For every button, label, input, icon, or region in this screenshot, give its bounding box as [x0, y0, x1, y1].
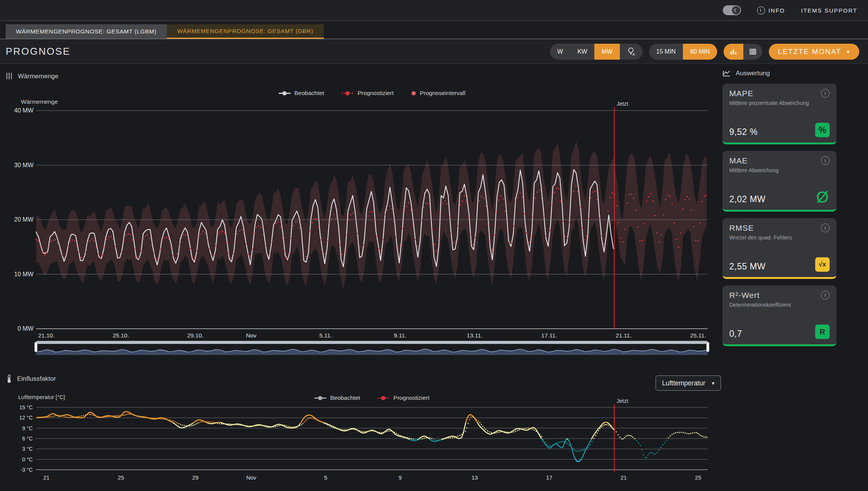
- navigator-handle-left[interactable]: [35, 342, 37, 352]
- temp-observed-series: [37, 412, 615, 462]
- y-tick-label: 9 °C: [22, 425, 33, 431]
- metric-value: 0,7: [729, 329, 742, 339]
- metric-card-r2: R²-Wert i Determinationskoeffizient 0,7 …: [722, 285, 836, 346]
- tab-bar: WÄRMEMENGENPROGNOSE: GESAMT (LGBM) WÄRME…: [0, 21, 868, 39]
- items-support-button[interactable]: ITEMS SUPPORT: [801, 7, 857, 14]
- page-title: PROGNOSE: [6, 46, 70, 57]
- metric-card-mape: MAPE i Mittlere prozentuale Abweichung 9…: [722, 84, 836, 144]
- chart-view-button[interactable]: [724, 44, 743, 60]
- heat-chart: [36, 141, 706, 290]
- evaluation-panel: Auswertung MAPE i Mittlere prozentuale A…: [722, 70, 836, 346]
- metric-value: 2,02 MW: [729, 194, 766, 204]
- temp-legend: Beobachtet Prognostiziert: [36, 394, 708, 401]
- legend-label: Prognostiziert: [393, 394, 429, 401]
- influence-factor-dropdown[interactable]: Lufttemperatur ▾: [656, 375, 721, 391]
- bulb-auto-button[interactable]: A: [620, 44, 643, 60]
- metric-subtitle: Mittlere prozentuale Abweichung: [729, 100, 830, 106]
- r-icon: R: [815, 325, 830, 339]
- observed-marker-icon: [314, 396, 326, 400]
- items-support-label: ITEMS SUPPORT: [801, 7, 857, 14]
- tab-label: WÄRMEMENGENPROGNOSE: GESAMT (LGBM): [16, 28, 157, 35]
- interval-option-60min[interactable]: 60 MIN: [683, 44, 717, 60]
- heat-section-title: Wärmemenge: [18, 73, 59, 80]
- line-chart-icon: [722, 70, 731, 77]
- legend-label: Beobachtet: [330, 394, 360, 401]
- tab-label: WÄRMEMENGENPROGNOSE: GESAMT (GBR): [177, 28, 314, 35]
- x-tick-label: 25: [695, 474, 702, 481]
- table-icon: [749, 48, 757, 55]
- x-tick-label: 17.11.: [541, 332, 557, 339]
- tab-prognose-lgbm[interactable]: WÄRMEMENGENPROGNOSE: GESAMT (LGBM): [6, 24, 167, 39]
- x-tick-label: 9.11.: [394, 332, 406, 339]
- legend-item-forecast[interactable]: Prognostiziert: [342, 90, 394, 97]
- legend-item-interval[interactable]: Prognoseintervall: [411, 90, 466, 97]
- navigator-area: [36, 349, 708, 355]
- unit-segmented-control: W KW MW A: [550, 44, 642, 60]
- info-button[interactable]: i INFO: [757, 6, 785, 14]
- interval-option-15min[interactable]: 15 MIN: [649, 44, 683, 60]
- y-tick-label: 40 MW: [14, 107, 34, 114]
- interval-marker-icon: [411, 91, 416, 95]
- sqrt-icon: √x: [815, 257, 830, 272]
- x-tick-label: 9: [399, 474, 402, 481]
- heat-section-header: Wärmemenge: [5, 72, 59, 81]
- info-icon[interactable]: i: [821, 291, 830, 299]
- navigator[interactable]: [35, 341, 709, 355]
- svg-text:A: A: [632, 52, 635, 56]
- metric-title: RMSE: [729, 223, 754, 233]
- info-icon[interactable]: i: [821, 156, 830, 165]
- y-tick-label: -3 °C: [21, 467, 33, 473]
- x-tick-label: 29.10.: [187, 332, 203, 339]
- info-icon: i: [757, 6, 765, 14]
- x-tick-label: Nov: [246, 474, 257, 481]
- unit-option-mw[interactable]: MW: [594, 44, 619, 60]
- heat-legend: Beobachtet Prognostiziert Prognoseinterv…: [36, 90, 708, 97]
- metric-subtitle: Mittlere Abweichung: [729, 167, 830, 173]
- chevron-down-icon: ▾: [847, 49, 850, 55]
- y-tick-label: 20 MW: [14, 216, 34, 223]
- influence-title: Einflussfaktor: [17, 375, 56, 383]
- x-tick-label: 5.11.: [319, 332, 332, 339]
- chevron-down-icon: ▾: [712, 380, 714, 386]
- metric-title: MAE: [729, 156, 748, 165]
- legend-item-forecast[interactable]: Prognostiziert: [377, 394, 429, 401]
- interval-segmented-control: 15 MIN 60 MIN: [649, 44, 717, 60]
- x-tick-label: 17: [546, 474, 553, 481]
- forecast-marker-icon: [377, 396, 390, 400]
- unit-option-kw[interactable]: KW: [570, 44, 594, 60]
- x-tick-label: 21.11.: [616, 332, 632, 339]
- view-segmented-control: [724, 44, 762, 60]
- y-tick-label: 0 °C: [22, 456, 33, 462]
- navigator-scrollbar[interactable]: [36, 341, 708, 344]
- info-label: INFO: [768, 7, 785, 14]
- forecast-interval-band: [36, 141, 706, 290]
- table-view-button[interactable]: [743, 44, 762, 60]
- tab-prognose-gbr[interactable]: WÄRMEMENGENPROGNOSE: GESAMT (GBR): [167, 24, 324, 39]
- legend-item-observed[interactable]: Beobachtet: [279, 90, 324, 97]
- legend-label: Prognostiziert: [358, 90, 394, 97]
- navigator-handle-right[interactable]: [706, 342, 709, 352]
- temp-forecast-series: [36, 413, 708, 458]
- legend-item-observed[interactable]: Beobachtet: [314, 394, 360, 401]
- y-tick-label: 0 MW: [17, 325, 34, 332]
- y-tick-label: 12 °C: [19, 415, 33, 421]
- info-icon[interactable]: i: [821, 89, 830, 98]
- legend-label: Prognoseintervall: [420, 90, 466, 97]
- temp-gridlines: 15 °C12 °C9 °C6 °C3 °C0 °C-3 °CLufttempe…: [18, 394, 708, 481]
- metric-card-rmse: RMSE i Wurzel des quad. Fehlers 2,55 MW …: [722, 218, 836, 279]
- unit-option-w[interactable]: W: [550, 44, 570, 60]
- x-tick-label: 13.11.: [467, 332, 483, 339]
- observed-marker-icon: [279, 91, 291, 95]
- metric-title: R²-Wert: [729, 291, 760, 300]
- forecast-marker-icon: [342, 91, 354, 95]
- metric-title: MAPE: [729, 89, 754, 98]
- now-label: Jetzt: [617, 101, 629, 107]
- metric-value: 9,52 %: [729, 127, 758, 137]
- metric-card-mae: MAE i Mittlere Abweichung 2,02 MW Ø: [722, 151, 836, 212]
- thermometer-icon: [6, 374, 12, 383]
- dark-mode-toggle[interactable]: ☾: [723, 5, 741, 15]
- metric-subtitle: Determinationskoeffizient: [729, 302, 830, 308]
- toolbar: PROGNOSE W KW MW A 15 MIN 60 MIN: [0, 40, 868, 64]
- info-icon[interactable]: i: [821, 223, 830, 232]
- date-range-button[interactable]: LETZTE MONAT ▾: [769, 44, 859, 60]
